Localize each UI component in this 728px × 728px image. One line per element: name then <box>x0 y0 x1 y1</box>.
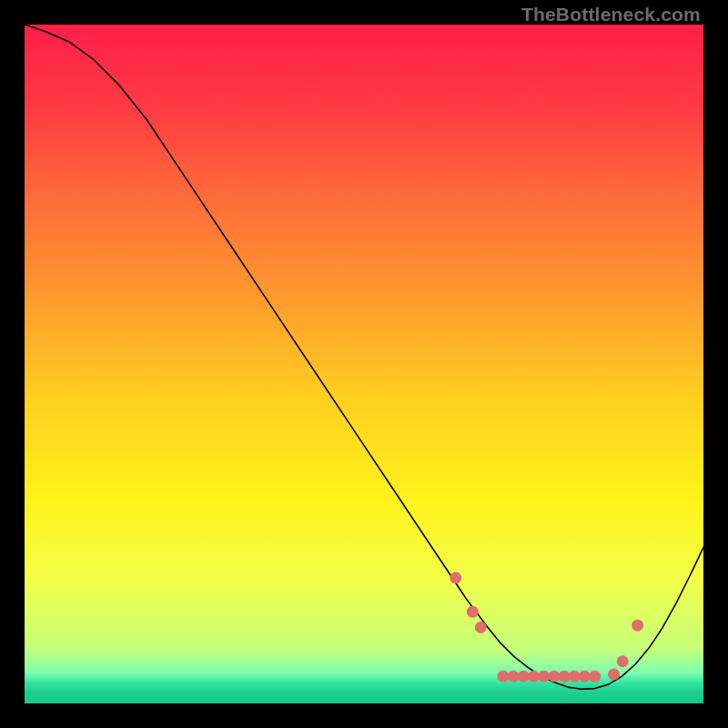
bottleneck-chart <box>25 25 703 703</box>
curve-marker <box>559 671 571 682</box>
curve-marker <box>467 606 479 618</box>
curve-marker <box>632 620 643 632</box>
curve-marker <box>508 671 520 682</box>
curve-marker <box>569 671 581 682</box>
curve-marker <box>450 571 461 583</box>
curve-marker <box>579 671 591 682</box>
curve-marker <box>475 622 487 633</box>
chart-frame <box>25 25 703 703</box>
curve-marker <box>497 671 509 682</box>
curve-marker <box>528 671 540 682</box>
curve-marker <box>518 671 530 682</box>
chart-background <box>25 25 703 703</box>
curve-marker <box>589 671 601 682</box>
curve-marker <box>548 671 560 682</box>
curve-marker <box>617 655 629 667</box>
curve-marker <box>538 671 550 682</box>
watermark-text: TheBottleneck.com <box>521 4 701 25</box>
curve-marker <box>608 668 620 680</box>
